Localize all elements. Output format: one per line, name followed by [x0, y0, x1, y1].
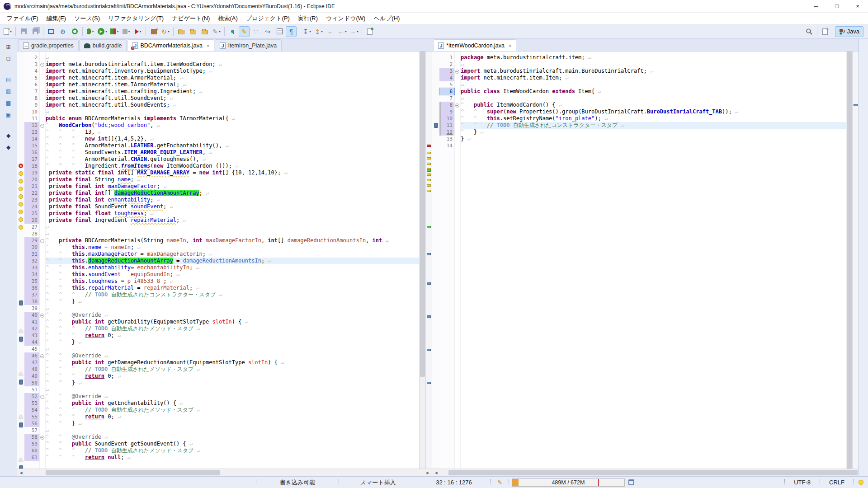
scroll-right-arrow-icon[interactable]: ▶	[424, 471, 432, 475]
warn-marker-icon[interactable]	[19, 187, 23, 191]
fold-collapse-icon[interactable]: −	[40, 239, 44, 243]
tab-itemiron-plate-java[interactable]: JItemIron_Plate.java	[215, 39, 282, 51]
new-wizard-icon[interactable]: ▾	[2, 26, 13, 37]
warn-marker-icon[interactable]	[19, 225, 23, 230]
vscroll-thumb[interactable]	[847, 52, 852, 469]
code-line-16[interactable]: ^ ^ ^ SoundEvents.ITEM_ARMOR_EQUIP_LEATH…	[46, 149, 419, 156]
over-marker-icon[interactable]	[19, 329, 23, 333]
code-line-12[interactable]: ^ WoodCarbon("bdc;wood_carbon", ↵	[46, 122, 419, 129]
tab-close-icon[interactable]: ×	[207, 43, 209, 48]
code-line-57[interactable]: ↵	[46, 427, 419, 434]
tab-close-icon[interactable]: ×	[509, 43, 511, 48]
task-marker-icon[interactable]	[19, 337, 23, 342]
code-line-51[interactable]: ↵	[46, 386, 419, 393]
vertical-scrollbar[interactable]	[419, 52, 425, 469]
code-line-52[interactable]: ^ ^ @Override ↵	[46, 393, 419, 400]
over-marker-icon[interactable]	[19, 458, 23, 461]
code-line-30[interactable]: ^ ^ this.name = nameIn; ↵	[46, 244, 419, 251]
refresh-icon[interactable]: ↻▾	[160, 26, 171, 37]
open-folder-2-icon[interactable]	[188, 26, 198, 37]
over-marker-icon[interactable]	[19, 415, 23, 418]
code-line-2[interactable]: ↵	[46, 54, 419, 61]
code-line-58[interactable]: ^ ^ @Override ↵	[46, 434, 419, 441]
warn-marker-icon[interactable]	[19, 210, 23, 214]
overview-mark[interactable]	[427, 184, 431, 187]
warn-marker-icon[interactable]	[19, 217, 23, 222]
code-line-22[interactable]: private final int[] damageReductionAmoun…	[46, 190, 419, 197]
code-line-44[interactable]: ^ ^ } ↵	[46, 339, 419, 346]
task-marker-icon[interactable]	[19, 300, 23, 305]
fold-collapse-icon[interactable]: −	[455, 103, 459, 108]
folding-ruler[interactable]: −−−−−−−	[40, 52, 46, 469]
code-line-47[interactable]: ^ ^ public int getDamageReductionAmount(…	[46, 359, 419, 366]
run-icon[interactable]: ▶▾	[97, 26, 108, 37]
code-line-6[interactable]: public class ItemWoodCardon extends Item…	[461, 88, 846, 95]
code-line-8[interactable]: import net.minecraft.util.SoundEvent; ↵	[46, 95, 419, 102]
overview-mark[interactable]	[427, 145, 431, 147]
menu-item-5[interactable]: ナビゲート(N)	[168, 13, 214, 24]
menu-item-10[interactable]: ヘルプ(H)	[369, 13, 404, 24]
overview-mark[interactable]	[427, 382, 431, 384]
fold-collapse-icon[interactable]: −	[40, 63, 44, 67]
restore-view-2-icon[interactable]: ⊟	[4, 54, 14, 63]
menu-item-9[interactable]: ウィンドウ(W)	[322, 13, 369, 24]
task-marker-icon[interactable]	[19, 465, 23, 469]
code-line-45[interactable]: ↵	[46, 346, 419, 352]
code-line-49[interactable]: ^ ^ ^ return 0; ↵	[46, 373, 419, 380]
overview-mark[interactable]	[427, 169, 431, 172]
search-icon[interactable]	[804, 26, 815, 37]
code-line-14[interactable]: ^ ^ ^ new int[]{1,4,5,2}, ↵	[46, 136, 419, 142]
code-line-33[interactable]: ^ ^ this.enhantability= enchantabilityIn…	[46, 264, 419, 271]
save-icon[interactable]	[18, 26, 29, 37]
right-editor-hscrollbar[interactable]: ◀ ▶	[432, 469, 859, 476]
tab-build-gradle[interactable]: build.gradle	[79, 39, 127, 51]
fold-collapse-icon[interactable]: −	[40, 436, 44, 440]
vertical-scrollbar[interactable]	[846, 52, 852, 469]
forward-icon[interactable]: →▾	[349, 26, 359, 37]
minimize-button[interactable]: ─	[806, 0, 826, 13]
code-line-46[interactable]: ^ ^ @Override ↵	[46, 352, 419, 359]
code-area[interactable]: package meta.burodustinrialcraft.item; ↵…	[461, 52, 846, 469]
last-edit-location-icon[interactable]: ←	[325, 26, 336, 37]
scroll-left-arrow-icon[interactable]: ◀	[17, 471, 25, 475]
code-line-40[interactable]: ^ ^ @Override ↵	[46, 312, 419, 319]
scroll-left-arrow-icon[interactable]: ◀	[432, 471, 440, 475]
code-line-61[interactable]: ^ ^ ^ return null; ↵	[46, 454, 419, 461]
code-line-29[interactable]: ^ private BDCArmorMaterials(String nameI…	[46, 237, 419, 244]
code-line-26[interactable]: private final Ingredient repairMaterial;…	[46, 217, 419, 224]
code-line-3[interactable]: import meta.burodustinrialcraft.item.Ite…	[46, 61, 419, 68]
code-line-56[interactable]: ^ ^ } ↵	[46, 420, 419, 427]
code-line-28[interactable]: ↵	[46, 230, 419, 237]
fold-collapse-icon[interactable]: −	[40, 124, 44, 128]
warn-marker-icon[interactable]	[19, 202, 23, 206]
fold-collapse-icon[interactable]: −	[40, 395, 44, 399]
tab--itemwoodcardon-java[interactable]: J*ItemWoodCardon.java×	[433, 39, 516, 51]
left-editor-hscrollbar[interactable]: ◀ ▶	[17, 469, 432, 476]
save-all-icon[interactable]	[30, 26, 41, 37]
open-folder-3-icon[interactable]	[199, 26, 210, 37]
open-console-icon[interactable]	[46, 26, 57, 37]
code-line-11[interactable]: ^ ^ // TODO 自動生成されたコンストラクター・スタブ ↵	[461, 122, 846, 129]
overview-mark[interactable]	[427, 174, 431, 176]
restore-view-icon[interactable]: ⊞	[4, 42, 14, 52]
menu-item-8[interactable]: 実行(R)	[294, 13, 322, 24]
bookmark-view-icon[interactable]: ◆	[4, 131, 14, 140]
code-line-59[interactable]: ^ ^ public SoundEvent getSoundEvent() { …	[46, 441, 419, 447]
next-annotation-icon[interactable]: ↪	[262, 26, 273, 37]
warn-marker-icon[interactable]	[19, 194, 23, 199]
code-line-21[interactable]: private final int maxDamageFactor; ↵	[46, 183, 419, 190]
overview-mark[interactable]	[427, 190, 431, 192]
code-line-60[interactable]: ^ ^ ^ // TODO 自動生成されたメソッド・スタブ ↵	[46, 447, 419, 454]
over-marker-icon[interactable]	[19, 372, 23, 375]
code-line-20[interactable]: private final String name; ↵	[46, 176, 419, 183]
code-line-53[interactable]: ^ ^ public int getEnchantability() { ↵	[46, 400, 419, 407]
code-line-3[interactable]: import meta.burodustinrialcraft.main.Bur…	[461, 68, 846, 75]
heap-status[interactable]: 489M / 672M	[512, 479, 625, 487]
code-line-41[interactable]: ^ ^ public int getDurability(EquipmentSl…	[46, 319, 419, 325]
warn-marker-icon[interactable]	[19, 179, 23, 183]
code-line-37[interactable]: ^ ^ ^ // TODO 自動生成されたコンストラクター・スタブ ↵	[46, 291, 419, 298]
open-folder-1-icon[interactable]	[176, 26, 187, 37]
type-hierarchy-view-icon[interactable]: ▥	[4, 87, 14, 96]
overview-mark[interactable]	[427, 282, 431, 285]
fold-collapse-icon[interactable]: −	[40, 354, 44, 358]
